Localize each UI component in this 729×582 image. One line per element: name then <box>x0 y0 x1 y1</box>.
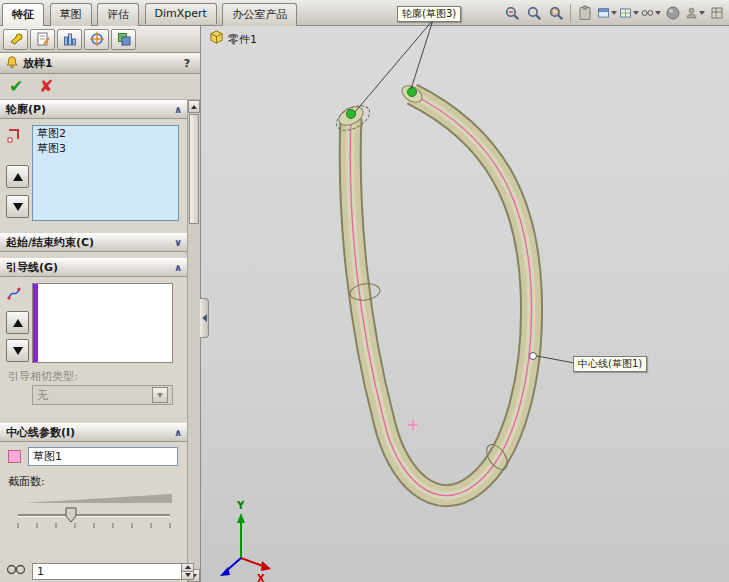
tab-office-products[interactable]: 办公室产品 <box>222 3 297 26</box>
dropdown-button[interactable] <box>152 387 168 403</box>
zoom-to-fit-icon[interactable] <box>524 3 544 23</box>
solidworks-window: 特征 草图 评估 DimXpert 办公室产品 <box>0 0 729 582</box>
tab-dimxpert[interactable]: DimXpert <box>145 3 217 24</box>
tab-features[interactable]: 特征 <box>2 3 44 26</box>
up-arrow-icon <box>185 565 191 569</box>
centerline-group-body: 草图1 截面数: <box>0 442 188 560</box>
sections-slider[interactable] <box>14 506 174 532</box>
scroll-up-button[interactable] <box>188 100 200 113</box>
up-arrow-icon <box>191 105 197 109</box>
expand-chevron-icon: ∨ <box>174 238 182 248</box>
down-arrow-icon <box>13 347 23 355</box>
property-manager-titlebar: 放样1 ? <box>0 53 200 74</box>
panel-scrollbar[interactable] <box>187 100 200 582</box>
view-orientation-icon[interactable] <box>641 3 661 23</box>
collapse-chevron-icon: ∧ <box>174 263 182 273</box>
profiles-group-body: 草图2 草图3 <box>0 119 188 227</box>
cancel-x-icon[interactable]: ✘ <box>39 78 53 95</box>
tab-evaluate[interactable]: 评估 <box>97 3 139 26</box>
centerline-group-header[interactable]: 中心线参数(I) ∧ <box>0 423 188 442</box>
guide-curves-listbox[interactable] <box>32 283 173 363</box>
loft-bell-icon <box>5 55 19 72</box>
up-arrow-icon <box>13 173 23 181</box>
tab-sketch[interactable]: 草图 <box>50 3 92 26</box>
sketch-origin-cross-icon <box>408 420 418 430</box>
profile-callout[interactable]: 轮廓(草图3) <box>397 6 461 22</box>
collapse-chevron-icon: ∧ <box>174 428 182 438</box>
panel-tab-strip <box>0 26 200 53</box>
ok-cancel-row: ✔ ✘ <box>0 74 200 100</box>
configurationmanager-tab-icon[interactable] <box>57 29 82 50</box>
collapse-chevron-icon: ∧ <box>174 105 182 115</box>
spinner-value: 1 <box>33 565 181 578</box>
centerline-callout[interactable]: 中心线(草图1) <box>573 356 647 372</box>
loft-preview-scene[interactable]: Y X <box>201 26 729 582</box>
slider-thumb[interactable] <box>66 508 76 522</box>
property-manager-title: 放样1 <box>23 56 175 71</box>
up-arrow-icon <box>13 319 23 327</box>
displaymanager-tab-icon[interactable] <box>111 29 136 50</box>
profile-vertex-right[interactable] <box>408 88 417 97</box>
panel-bottom-row: 1 <box>0 561 200 581</box>
reference-triad: Y X <box>220 500 271 582</box>
guide-curves-group-header[interactable]: 引导线(G) ∧ <box>0 258 188 277</box>
dropdown-caret-icon <box>611 11 617 15</box>
profiles-selection-icon <box>6 127 22 146</box>
start-end-constraints-label: 起始/结束约束(C) <box>6 235 174 250</box>
propertymanager-tab-icon[interactable] <box>30 29 55 50</box>
property-manager-body: 轮廓(P) ∧ 草图2 草图3 起始/结束约束(C) <box>0 100 200 582</box>
clipboard-icon[interactable] <box>575 3 595 23</box>
guide-tangency-label: 引导相切类型: <box>8 369 78 384</box>
triad-y-label: Y <box>236 500 245 511</box>
guide-curves-group-body: 引导相切类型: 无 <box>0 277 188 417</box>
move-guide-up-button[interactable] <box>6 311 29 334</box>
profiles-listbox[interactable]: 草图2 草图3 <box>32 125 179 221</box>
zoom-to-area-icon[interactable] <box>546 3 566 23</box>
dropdown-caret-icon <box>655 11 661 15</box>
dropdown-caret-icon <box>633 11 639 15</box>
preview-count-spinner[interactable]: 1 <box>32 563 194 580</box>
spin-down-button[interactable] <box>182 572 193 579</box>
options-grid-icon[interactable] <box>707 3 727 23</box>
spin-up-button[interactable] <box>182 564 193 572</box>
view-heads-up-toolbar <box>502 3 727 23</box>
down-arrow-icon <box>13 203 23 211</box>
guide-curves-group-label: 引导线(G) <box>6 260 174 275</box>
guide-tangency-value: 无 <box>37 388 48 403</box>
graphics-viewport[interactable]: 零件1 <box>201 26 729 582</box>
centerline-field[interactable]: 草图1 <box>28 447 178 466</box>
user-icon[interactable] <box>685 3 705 23</box>
ok-check-icon[interactable]: ✔ <box>9 78 23 95</box>
list-item[interactable]: 草图3 <box>33 141 178 156</box>
featuremanager-tab-icon[interactable] <box>3 29 28 50</box>
centerline-point-marker[interactable] <box>530 353 537 360</box>
down-arrow-icon <box>185 573 191 577</box>
guide-tangency-dropdown[interactable]: 无 <box>32 385 173 405</box>
help-button[interactable]: ? <box>179 57 195 70</box>
guide-callout-color-strip <box>33 284 38 362</box>
triad-x-label: X <box>257 573 265 582</box>
guide-curves-selection-icon <box>6 285 22 304</box>
sections-count-label: 截面数: <box>8 474 45 489</box>
dropdown-caret-icon <box>157 393 163 398</box>
profiles-group-header[interactable]: 轮廓(P) ∧ <box>0 100 188 119</box>
dimxpertmanager-tab-icon[interactable] <box>84 29 109 50</box>
centerline-group-label: 中心线参数(I) <box>6 425 174 440</box>
scrollbar-thumb[interactable] <box>189 114 199 224</box>
centerline-selection-icon <box>8 450 21 463</box>
command-manager-tabbar: 特征 草图 评估 DimXpert 办公室产品 <box>0 0 729 26</box>
move-profile-down-button[interactable] <box>6 195 29 218</box>
list-item[interactable]: 草图2 <box>33 126 178 141</box>
move-profile-up-button[interactable] <box>6 165 29 188</box>
zoom-in-out-icon[interactable] <box>502 3 522 23</box>
profiles-group-label: 轮廓(P) <box>6 102 174 117</box>
move-guide-down-button[interactable] <box>6 339 29 362</box>
eyeglasses-preview-icon[interactable] <box>6 563 26 579</box>
display-style-icon[interactable] <box>619 3 639 23</box>
section-view-icon[interactable] <box>597 3 617 23</box>
dropdown-caret-icon <box>699 11 705 15</box>
appearance-sphere-icon[interactable] <box>663 3 683 23</box>
profile-vertex-left[interactable] <box>347 110 356 119</box>
start-end-constraints-group-header[interactable]: 起始/结束约束(C) ∨ <box>0 233 188 252</box>
sections-density-wedge <box>24 494 172 503</box>
